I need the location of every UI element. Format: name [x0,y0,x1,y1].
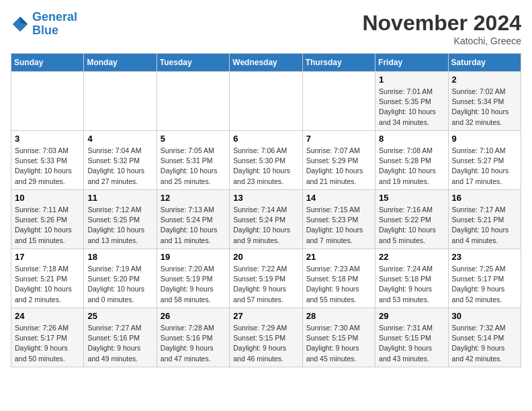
day-info: Sunrise: 7:18 AMSunset: 5:21 PMDaylight:… [15,264,80,305]
day-number: 19 [161,252,226,262]
title-block: November 2024 Katochi, Greece [362,11,521,46]
day-info: Sunrise: 7:23 AMSunset: 5:18 PMDaylight:… [306,264,371,305]
calendar-week-row: 24Sunrise: 7:26 AMSunset: 5:17 PMDayligh… [11,308,521,367]
day-number: 25 [87,311,152,321]
day-number: 23 [452,252,517,262]
calendar-cell [84,72,157,131]
calendar-cell: 29Sunrise: 7:31 AMSunset: 5:15 PMDayligh… [375,308,448,367]
svg-marker-1 [20,17,28,24]
day-info: Sunrise: 7:24 AMSunset: 5:18 PMDaylight:… [379,264,444,305]
day-number: 18 [87,252,152,262]
day-number: 13 [233,193,298,203]
calendar-cell: 30Sunrise: 7:32 AMSunset: 5:14 PMDayligh… [448,308,521,367]
calendar-cell: 1Sunrise: 7:01 AMSunset: 5:35 PMDaylight… [375,72,448,131]
day-number: 5 [161,134,226,144]
day-info: Sunrise: 7:16 AMSunset: 5:22 PMDaylight:… [379,205,444,246]
calendar-cell [11,72,84,131]
day-info: Sunrise: 7:13 AMSunset: 5:24 PMDaylight:… [161,205,226,246]
day-info: Sunrise: 7:29 AMSunset: 5:15 PMDaylight:… [233,323,298,364]
day-info: Sunrise: 7:26 AMSunset: 5:17 PMDaylight:… [15,323,80,364]
calendar-cell [230,72,302,131]
calendar-cell: 15Sunrise: 7:16 AMSunset: 5:22 PMDayligh… [375,190,448,249]
day-info: Sunrise: 7:32 AMSunset: 5:14 PMDaylight:… [452,323,517,364]
calendar-cell: 7Sunrise: 7:07 AMSunset: 5:29 PMDaylight… [302,131,375,190]
day-info: Sunrise: 7:07 AMSunset: 5:29 PMDaylight:… [306,146,371,187]
calendar-cell: 5Sunrise: 7:05 AMSunset: 5:31 PMDaylight… [157,131,229,190]
day-number: 12 [161,193,226,203]
month-title: November 2024 [362,11,521,36]
calendar-cell: 11Sunrise: 7:12 AMSunset: 5:25 PMDayligh… [84,190,157,249]
day-number: 6 [233,134,298,144]
location: Katochi, Greece [362,36,521,46]
calendar-cell: 2Sunrise: 7:02 AMSunset: 5:34 PMDaylight… [448,72,521,131]
calendar-cell: 6Sunrise: 7:06 AMSunset: 5:30 PMDaylight… [230,131,302,190]
calendar-cell: 13Sunrise: 7:14 AMSunset: 5:24 PMDayligh… [230,190,302,249]
day-number: 17 [15,252,80,262]
calendar-cell: 4Sunrise: 7:04 AMSunset: 5:32 PMDaylight… [84,131,157,190]
day-info: Sunrise: 7:10 AMSunset: 5:27 PMDaylight:… [452,146,517,187]
day-number: 2 [452,75,517,85]
day-number: 4 [87,134,152,144]
day-number: 30 [452,311,517,321]
day-number: 9 [452,134,517,144]
day-info: Sunrise: 7:14 AMSunset: 5:24 PMDaylight:… [233,205,298,246]
weekday-header: Monday [84,54,157,72]
weekday-header: Sunday [11,54,84,72]
calendar-table: SundayMondayTuesdayWednesdayThursdayFrid… [11,53,521,367]
day-number: 26 [161,311,226,321]
weekday-header: Tuesday [157,54,229,72]
day-number: 14 [306,193,371,203]
day-number: 15 [379,193,444,203]
day-number: 29 [379,311,444,321]
day-info: Sunrise: 7:15 AMSunset: 5:23 PMDaylight:… [306,205,371,246]
calendar-cell: 12Sunrise: 7:13 AMSunset: 5:24 PMDayligh… [157,190,229,249]
day-info: Sunrise: 7:28 AMSunset: 5:16 PMDaylight:… [161,323,226,364]
day-info: Sunrise: 7:20 AMSunset: 5:19 PMDaylight:… [161,264,226,305]
calendar-cell: 10Sunrise: 7:11 AMSunset: 5:26 PMDayligh… [11,190,84,249]
calendar-week-row: 17Sunrise: 7:18 AMSunset: 5:21 PMDayligh… [11,249,521,308]
day-number: 8 [379,134,444,144]
day-info: Sunrise: 7:03 AMSunset: 5:33 PMDaylight:… [15,146,80,187]
weekday-header: Friday [375,54,448,72]
calendar-cell: 3Sunrise: 7:03 AMSunset: 5:33 PMDaylight… [11,131,84,190]
day-info: Sunrise: 7:05 AMSunset: 5:31 PMDaylight:… [161,146,226,187]
day-number: 7 [306,134,371,144]
calendar-week-row: 10Sunrise: 7:11 AMSunset: 5:26 PMDayligh… [11,190,521,249]
calendar-week-row: 3Sunrise: 7:03 AMSunset: 5:33 PMDaylight… [11,131,521,190]
day-info: Sunrise: 7:25 AMSunset: 5:17 PMDaylight:… [452,264,517,305]
day-info: Sunrise: 7:12 AMSunset: 5:25 PMDaylight:… [87,205,152,246]
calendar-cell: 16Sunrise: 7:17 AMSunset: 5:21 PMDayligh… [448,190,521,249]
day-info: Sunrise: 7:08 AMSunset: 5:28 PMDaylight:… [379,146,444,187]
day-info: Sunrise: 7:22 AMSunset: 5:19 PMDaylight:… [233,264,298,305]
day-number: 20 [233,252,298,262]
weekday-header-row: SundayMondayTuesdayWednesdayThursdayFrid… [11,54,521,72]
calendar-cell [302,72,375,131]
calendar-cell: 26Sunrise: 7:28 AMSunset: 5:16 PMDayligh… [157,308,229,367]
weekday-header: Saturday [448,54,521,72]
calendar-cell: 28Sunrise: 7:30 AMSunset: 5:15 PMDayligh… [302,308,375,367]
day-info: Sunrise: 7:02 AMSunset: 5:34 PMDaylight:… [452,87,517,128]
calendar-cell: 20Sunrise: 7:22 AMSunset: 5:19 PMDayligh… [230,249,302,308]
day-number: 27 [233,311,298,321]
day-number: 22 [379,252,444,262]
page-header: General Blue November 2024 Katochi, Gree… [11,11,521,46]
day-number: 3 [15,134,80,144]
logo-text: General Blue [32,11,77,38]
day-number: 16 [452,193,517,203]
calendar-cell: 17Sunrise: 7:18 AMSunset: 5:21 PMDayligh… [11,249,84,308]
day-info: Sunrise: 7:19 AMSunset: 5:20 PMDaylight:… [87,264,152,305]
day-number: 28 [306,311,371,321]
calendar-cell: 18Sunrise: 7:19 AMSunset: 5:20 PMDayligh… [84,249,157,308]
calendar-cell: 14Sunrise: 7:15 AMSunset: 5:23 PMDayligh… [302,190,375,249]
day-info: Sunrise: 7:27 AMSunset: 5:16 PMDaylight:… [87,323,152,364]
calendar-cell: 21Sunrise: 7:23 AMSunset: 5:18 PMDayligh… [302,249,375,308]
day-info: Sunrise: 7:30 AMSunset: 5:15 PMDaylight:… [306,323,371,364]
calendar-cell: 22Sunrise: 7:24 AMSunset: 5:18 PMDayligh… [375,249,448,308]
logo-icon [11,15,30,34]
day-info: Sunrise: 7:04 AMSunset: 5:32 PMDaylight:… [87,146,152,187]
calendar-cell: 23Sunrise: 7:25 AMSunset: 5:17 PMDayligh… [448,249,521,308]
calendar-cell: 8Sunrise: 7:08 AMSunset: 5:28 PMDaylight… [375,131,448,190]
day-info: Sunrise: 7:17 AMSunset: 5:21 PMDaylight:… [452,205,517,246]
logo: General Blue [11,11,77,38]
day-number: 10 [15,193,80,203]
